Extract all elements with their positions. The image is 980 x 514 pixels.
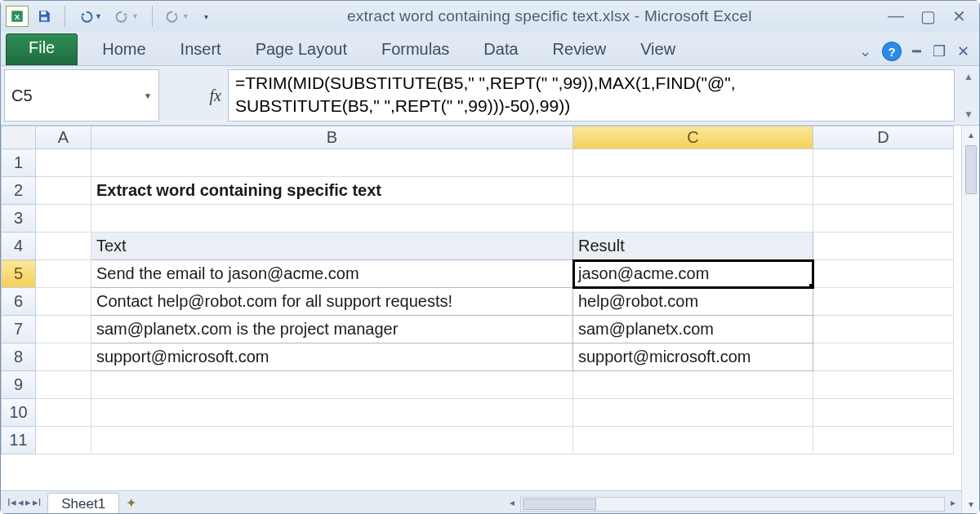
row-header[interactable]: 8 — [2, 343, 36, 371]
window-minimize-icon[interactable]: ━ — [912, 42, 921, 60]
row-header[interactable]: 7 — [2, 316, 36, 343]
tab-review[interactable]: Review — [553, 40, 607, 59]
cell-text[interactable]: support@microsoft.com — [91, 343, 573, 371]
nav-first-icon[interactable]: I◂ — [7, 496, 16, 508]
col-header-C[interactable]: C — [573, 126, 813, 149]
cell[interactable] — [573, 149, 813, 177]
cell[interactable] — [36, 427, 91, 454]
qat-customize-button[interactable]: ▾ — [199, 6, 212, 27]
row-header[interactable]: 5 — [2, 260, 36, 288]
cell[interactable] — [36, 205, 91, 233]
cell[interactable] — [36, 343, 91, 371]
ribbon-minimize-icon[interactable]: ⌄ — [859, 42, 871, 60]
chevron-down-icon[interactable]: ▼ — [144, 91, 152, 100]
row-header[interactable]: 1 — [2, 149, 36, 177]
cell[interactable] — [813, 177, 954, 205]
cell-table-head-result[interactable]: Result — [573, 233, 813, 260]
row-header[interactable]: 2 — [2, 177, 36, 205]
cell[interactable] — [813, 288, 954, 316]
cell-heading[interactable]: Extract word containing specific text — [91, 177, 573, 205]
scroll-left-icon[interactable]: ◂ — [504, 497, 520, 508]
cell[interactable] — [36, 260, 91, 288]
cell-result[interactable]: sam@planetx.com — [573, 316, 813, 343]
nav-last-icon[interactable]: ▸I — [33, 496, 42, 508]
scroll-track[interactable] — [520, 497, 945, 512]
col-header-B[interactable]: B — [91, 126, 573, 149]
scroll-up-icon[interactable]: ▴ — [969, 126, 973, 144]
nav-prev-icon[interactable]: ◂ — [18, 496, 24, 508]
scroll-right-icon[interactable]: ▸ — [945, 497, 961, 508]
sheet-tab[interactable]: Sheet1 — [47, 493, 119, 513]
undo-button[interactable]: ▼ — [75, 6, 105, 27]
cell[interactable] — [813, 427, 954, 454]
cell-text[interactable]: Contact help@robot.com for all support r… — [91, 288, 573, 316]
cell[interactable] — [813, 205, 954, 233]
col-header-D[interactable]: D — [813, 126, 954, 149]
excel-app-icon[interactable]: X — [6, 6, 29, 27]
tab-data[interactable]: Data — [483, 40, 518, 59]
scroll-thumb[interactable] — [965, 145, 977, 194]
cell[interactable] — [573, 371, 813, 399]
close-button[interactable]: ✕ — [952, 7, 966, 26]
select-all-corner[interactable] — [2, 126, 36, 149]
cell[interactable] — [813, 371, 954, 399]
cell[interactable] — [36, 233, 91, 260]
redo-button-2[interactable]: ▼ — [163, 6, 193, 27]
cell[interactable] — [813, 260, 954, 288]
tab-page-layout[interactable]: Page Layout — [256, 40, 347, 59]
tab-formulas[interactable]: Formulas — [381, 40, 449, 59]
tab-insert[interactable]: Insert — [180, 40, 221, 59]
tab-home[interactable]: Home — [102, 40, 145, 59]
formula-input[interactable]: =TRIM(MID(SUBSTITUTE(B5," ",REPT(" ",99)… — [228, 69, 955, 122]
scroll-thumb[interactable] — [523, 498, 596, 510]
cell[interactable] — [813, 343, 954, 371]
redo-button[interactable]: ▼ — [112, 6, 142, 27]
cell-table-head-text[interactable]: Text — [91, 233, 573, 260]
col-header-A[interactable]: A — [36, 126, 91, 149]
file-tab[interactable]: File — [6, 33, 78, 65]
cell-result[interactable]: help@robot.com — [573, 288, 813, 316]
maximize-button[interactable]: ▢ — [920, 7, 936, 26]
row-header[interactable]: 11 — [2, 427, 36, 454]
cell-text[interactable]: Send the email to jason@acme.com — [91, 260, 573, 288]
cell[interactable] — [573, 205, 813, 233]
cell[interactable] — [91, 427, 573, 454]
help-icon[interactable]: ? — [883, 42, 901, 60]
scroll-up-icon[interactable]: ▲ — [964, 71, 973, 82]
cell[interactable] — [36, 316, 91, 343]
cell-result-selected[interactable]: jason@acme.com — [573, 260, 813, 288]
window-close-icon[interactable]: ✕ — [957, 42, 969, 60]
cell-result[interactable]: support@microsoft.com — [573, 343, 813, 371]
fx-label[interactable]: fx — [163, 66, 228, 125]
scroll-down-icon[interactable]: ▾ — [969, 495, 973, 513]
cell[interactable] — [813, 149, 954, 177]
cell[interactable] — [36, 399, 91, 427]
cell[interactable] — [91, 399, 573, 427]
name-box[interactable]: C5 ▼ — [4, 69, 159, 122]
window-restore-icon[interactable]: ❐ — [933, 42, 946, 60]
grid[interactable]: A B C D 1 2Extract word containing speci… — [1, 126, 961, 513]
new-sheet-icon[interactable]: ✦ — [126, 495, 136, 513]
cell[interactable] — [813, 233, 954, 260]
row-header[interactable]: 6 — [2, 288, 36, 316]
cell[interactable] — [91, 149, 573, 177]
cell[interactable] — [91, 205, 573, 233]
cell[interactable] — [573, 399, 813, 427]
cell[interactable] — [36, 149, 91, 177]
cell[interactable] — [573, 177, 813, 205]
minimize-button[interactable]: ― — [888, 7, 904, 26]
cell[interactable] — [813, 399, 954, 427]
cell-text[interactable]: sam@planetx.com is the project manager — [91, 316, 573, 343]
scroll-down-icon[interactable]: ▼ — [964, 109, 973, 120]
cell[interactable] — [36, 371, 91, 399]
save-button[interactable] — [33, 6, 55, 27]
cell[interactable] — [573, 427, 813, 454]
row-header[interactable]: 9 — [2, 371, 36, 399]
tab-view[interactable]: View — [640, 40, 675, 59]
row-header[interactable]: 3 — [2, 205, 36, 233]
nav-next-icon[interactable]: ▸ — [25, 496, 31, 508]
cell[interactable] — [91, 371, 573, 399]
cell[interactable] — [813, 316, 954, 343]
cell[interactable] — [36, 288, 91, 316]
row-header[interactable]: 10 — [2, 399, 36, 427]
